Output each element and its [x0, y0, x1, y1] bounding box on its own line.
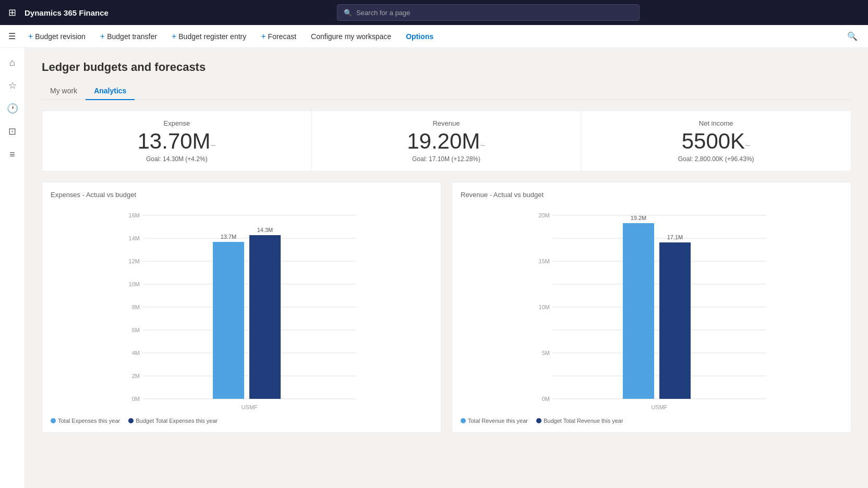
kpi-row: Expense 13.70M~ Goal: 14.30M (+4.2%) Rev…	[42, 111, 851, 172]
kpi-net-income: Net income 5500K~ Goal: 2,800.00K (+96.4…	[581, 111, 851, 171]
legend-label-budget: Budget Total Expenses this year	[136, 418, 218, 424]
svg-text:6M: 6M	[132, 327, 140, 333]
legend-revenue-budget: Budget Total Revenue this year	[536, 418, 623, 424]
sidebar: ⌂ ☆ 🕐 ⊡ ≡	[0, 48, 25, 488]
nav-label-options: Options	[406, 32, 433, 41]
svg-text:17.1M: 17.1M	[667, 234, 683, 240]
tab-analytics[interactable]: Analytics	[86, 82, 135, 100]
nav-item-budget-register[interactable]: + Budget register entry	[165, 25, 252, 48]
main-layout: ⌂ ☆ 🕐 ⊡ ≡ Ledger budgets and forecasts M…	[0, 48, 868, 488]
chart-revenue: Revenue - Actual vs budget	[452, 182, 851, 433]
chart-revenue-area: 20M 15M 10M 5M 0M 19.2M	[461, 205, 842, 413]
nav-label-budget-register: Budget register entry	[178, 32, 246, 41]
svg-text:0M: 0M	[132, 396, 140, 402]
plus-icon: +	[172, 32, 176, 41]
chart-revenue-svg: 20M 15M 10M 5M 0M 19.2M	[461, 205, 842, 413]
charts-row: Expenses - Actual vs budget	[42, 182, 851, 433]
kpi-revenue: Revenue 19.20M~ Goal: 17.10M (+12.28%)	[312, 111, 582, 171]
plus-icon: +	[28, 32, 33, 41]
modules-icon[interactable]: ≡	[2, 144, 23, 165]
nav-label-budget-revision: Budget revision	[35, 32, 86, 41]
svg-text:16M: 16M	[129, 212, 140, 218]
bar-revenue-budget	[659, 242, 691, 399]
kpi-expense-value: 13.70M~	[55, 129, 299, 153]
kpi-expense-goal: Goal: 14.30M (+4.2%)	[55, 155, 299, 163]
search-box[interactable]: 🔍 Search for a page	[337, 4, 640, 21]
bar-expense-actual	[213, 242, 244, 399]
svg-text:15M: 15M	[539, 258, 550, 264]
page-title: Ledger budgets and forecasts	[42, 60, 851, 74]
svg-text:10M: 10M	[129, 281, 140, 287]
plus-icon: +	[100, 32, 105, 41]
nav-item-configure-workspace[interactable]: Configure my workspace	[305, 25, 397, 48]
legend-label-revenue-actual: Total Revenue this year	[468, 418, 528, 424]
bar-expense-budget	[249, 235, 281, 399]
recent-icon[interactable]: 🕐	[2, 98, 23, 119]
nav-item-options[interactable]: Options	[400, 25, 440, 48]
plus-icon: +	[261, 32, 266, 41]
svg-text:4M: 4M	[132, 350, 140, 356]
chart-expenses-area: 16M 14M 12M 10M 8M 6M 4M 2M 0M 13.7M	[51, 205, 432, 413]
svg-text:USMF: USMF	[651, 404, 667, 410]
svg-text:14.3M: 14.3M	[257, 227, 273, 233]
svg-text:20M: 20M	[539, 212, 550, 218]
kpi-net-income-value: 5500K~	[594, 129, 838, 153]
kpi-expense-label: Expense	[55, 119, 299, 127]
chart-expenses: Expenses - Actual vs budget	[42, 182, 441, 433]
nav-item-budget-transfer[interactable]: + Budget transfer	[94, 25, 163, 48]
app-title: Dynamics 365 Finance	[25, 8, 108, 17]
chart-expenses-title: Expenses - Actual vs budget	[51, 191, 432, 199]
chart-expenses-svg: 16M 14M 12M 10M 8M 6M 4M 2M 0M 13.7M	[51, 205, 432, 413]
chart-expenses-legend: Total Expenses this year Budget Total Ex…	[51, 418, 432, 424]
kpi-net-income-goal: Goal: 2,800.00K (+96.43%)	[594, 155, 838, 163]
main-content: Ledger budgets and forecasts My work Ana…	[25, 48, 868, 488]
legend-expense-budget: Budget Total Expenses this year	[128, 418, 218, 424]
nav-bar: ☰ + Budget revision + Budget transfer + …	[0, 25, 868, 48]
nav-item-budget-revision[interactable]: + Budget revision	[22, 25, 92, 48]
legend-label-revenue-budget: Budget Total Revenue this year	[544, 418, 623, 424]
tab-my-work[interactable]: My work	[42, 82, 86, 100]
nav-search-button[interactable]: 🔍	[841, 27, 864, 45]
svg-text:0M: 0M	[542, 396, 550, 402]
nav-label-configure-workspace: Configure my workspace	[311, 32, 391, 41]
legend-label-actual: Total Expenses this year	[58, 418, 120, 424]
svg-text:13.7M: 13.7M	[221, 234, 237, 240]
svg-text:8M: 8M	[132, 304, 140, 310]
svg-text:14M: 14M	[129, 235, 140, 241]
top-bar: ⊞ Dynamics 365 Finance 🔍 Search for a pa…	[0, 0, 868, 25]
kpi-revenue-value: 19.20M~	[324, 129, 569, 153]
chart-revenue-legend: Total Revenue this year Budget Total Rev…	[461, 418, 842, 424]
menu-toggle-button[interactable]: ☰	[4, 27, 20, 45]
svg-text:USMF: USMF	[241, 404, 257, 410]
search-placeholder: Search for a page	[356, 9, 410, 17]
nav-label-budget-transfer: Budget transfer	[107, 32, 157, 41]
svg-text:10M: 10M	[539, 304, 550, 310]
waffle-button[interactable]: ⊞	[6, 5, 18, 20]
legend-dot-actual	[51, 418, 56, 423]
nav-label-forecast: Forecast	[268, 32, 296, 41]
svg-text:2M: 2M	[132, 373, 140, 379]
kpi-net-income-label: Net income	[594, 119, 838, 127]
legend-revenue-actual: Total Revenue this year	[461, 418, 528, 424]
nav-item-forecast[interactable]: + Forecast	[255, 25, 303, 48]
home-icon[interactable]: ⌂	[2, 52, 23, 73]
legend-dot-budget	[128, 418, 134, 423]
chart-revenue-title: Revenue - Actual vs budget	[461, 191, 842, 199]
legend-dot-revenue-actual	[461, 418, 466, 423]
svg-text:5M: 5M	[542, 350, 550, 356]
kpi-revenue-goal: Goal: 17.10M (+12.28%)	[324, 155, 569, 163]
tabs: My work Analytics	[42, 82, 851, 100]
svg-text:19.2M: 19.2M	[631, 215, 647, 221]
search-icon: 🔍	[344, 9, 352, 17]
kpi-expense: Expense 13.70M~ Goal: 14.30M (+4.2%)	[42, 111, 312, 171]
bar-revenue-actual	[623, 223, 654, 399]
favorites-icon[interactable]: ☆	[2, 75, 23, 96]
workspaces-icon[interactable]: ⊡	[2, 121, 23, 142]
legend-expense-actual: Total Expenses this year	[51, 418, 120, 424]
legend-dot-revenue-budget	[536, 418, 541, 423]
svg-text:12M: 12M	[129, 258, 140, 264]
kpi-revenue-label: Revenue	[324, 119, 569, 127]
search-area: 🔍 Search for a page	[115, 4, 862, 21]
